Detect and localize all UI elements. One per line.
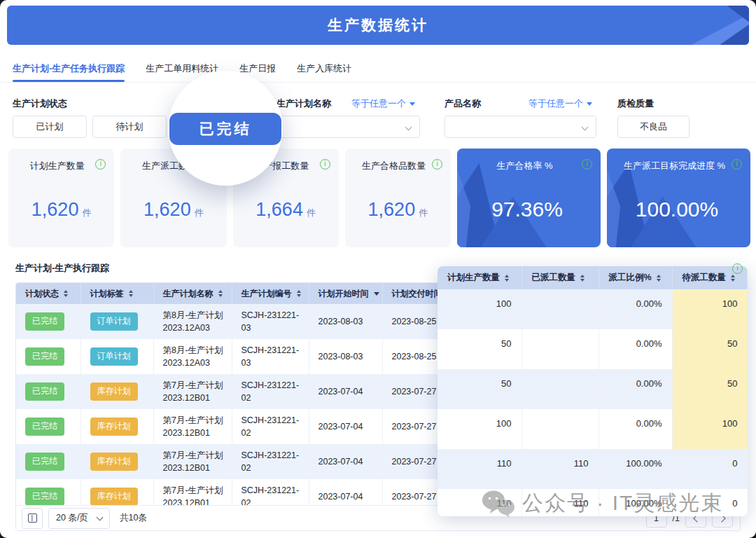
sort-icon[interactable]: [64, 290, 68, 297]
column-header[interactable]: 计划标签: [80, 283, 153, 304]
sort-icon[interactable]: [657, 275, 661, 282]
planned-qty-cell: 110: [438, 489, 522, 516]
pending-qty-cell: 0: [672, 449, 748, 489]
status-filter-button[interactable]: 待计划: [92, 116, 167, 138]
columns-icon: [28, 513, 37, 523]
dispatch-ratio-cell: 100.00%: [598, 489, 672, 516]
dispatch-ratio-cell: 0.00%: [598, 409, 672, 449]
dispatch-row[interactable]: 100 0.00% 100: [438, 289, 748, 329]
chevron-down-icon: [97, 513, 104, 520]
sort-icon[interactable]: [505, 275, 509, 282]
column-header[interactable]: 派工比例%: [598, 266, 672, 289]
plan-name-select[interactable]: [276, 116, 420, 138]
pending-qty-cell: 0: [672, 489, 748, 516]
dispatch-row[interactable]: 100 0.00% 100: [438, 409, 748, 449]
stat-card-value: 1,620: [368, 199, 416, 220]
plan-name-cell: 第8月-生产计划 2023.12A03: [153, 339, 232, 374]
tag-badge: 库存计划: [90, 382, 138, 400]
product-operator-dropdown[interactable]: 等于任意一个: [528, 97, 592, 110]
caret-down-icon: [410, 102, 415, 106]
info-icon[interactable]: [732, 263, 743, 274]
dispatch-ratio-cell: 0.00%: [598, 329, 672, 369]
column-header[interactable]: 已派工数量: [522, 266, 598, 289]
column-header[interactable]: 生产计划编号: [232, 283, 309, 304]
plan-code-cell: SCJH-231221-03: [232, 304, 309, 339]
dispatch-row[interactable]: 50 0.00% 50: [438, 369, 748, 409]
stat-card-unit: 件: [419, 207, 428, 218]
plan-name-operator-dropdown[interactable]: 等于任意一个: [351, 97, 415, 110]
dispatched-qty-cell: [522, 289, 598, 329]
dispatch-row[interactable]: 110 110 100.00% 0: [438, 489, 748, 516]
info-icon[interactable]: [432, 159, 442, 170]
tab[interactable]: 生产入库统计: [297, 56, 351, 82]
status-badge: 已完结: [25, 382, 64, 400]
quality-filter-label: 质检质量: [617, 97, 654, 110]
start-date-cell: 2023-08-03: [309, 339, 382, 374]
status-filter-button[interactable]: 已计划: [13, 116, 87, 138]
dashboard-page: 生产数据统计 生产计划-生产任务执行跟踪 生产工单用料统计 生产日报 生产入库统…: [0, 0, 756, 538]
start-date-cell: 2023-07-04: [309, 479, 382, 506]
sort-icon[interactable]: [297, 290, 301, 297]
chevron-down-icon: [582, 124, 589, 131]
dispatched-qty-cell: 110: [522, 449, 598, 489]
status-badge: 已完结: [25, 488, 64, 505]
info-icon[interactable]: [732, 159, 742, 170]
dispatch-ratio-cell: 100.00%: [598, 449, 672, 489]
defect-filter-button[interactable]: 不良品: [617, 116, 690, 138]
planned-qty-cell: 100: [438, 289, 522, 329]
planned-qty-cell: 50: [438, 329, 522, 369]
planned-qty-cell: 110: [438, 449, 522, 489]
plan-name-cell: 第7月-生产计划 2023.12B01: [153, 374, 232, 409]
sort-icon[interactable]: [129, 290, 133, 297]
table-section-title: 生产计划-生产执行跟踪: [15, 262, 109, 275]
stat-card: 生产合格品数量 1,620件: [345, 149, 451, 247]
column-header[interactable]: 计划状态: [16, 283, 80, 304]
page-header-banner: 生产数据统计: [7, 6, 749, 45]
page-size-select[interactable]: 20 条/页: [48, 508, 110, 529]
magnifier-highlight-circle: 已完结: [168, 71, 283, 186]
stat-card-value: 1,620: [144, 199, 191, 220]
caret-down-icon: [587, 102, 592, 106]
plan-name-cell: 第7月-生产计划 2023.12B01: [153, 479, 232, 506]
info-icon[interactable]: [320, 159, 330, 170]
plan-name-cell: 第7月-生产计划 2023.12B01: [153, 409, 232, 444]
dispatch-ratio-cell: 0.00%: [598, 289, 672, 329]
info-icon[interactable]: [582, 159, 592, 170]
sort-icon[interactable]: [731, 275, 735, 282]
stat-card-unit: 件: [82, 207, 91, 218]
start-date-cell: 2023-07-04: [309, 444, 382, 479]
column-header[interactable]: 计划开始时间: [309, 283, 382, 304]
dispatch-row[interactable]: 50 0.00% 50: [438, 329, 748, 369]
column-settings-button[interactable]: [22, 508, 43, 529]
column-header[interactable]: 计划生产数量: [438, 266, 522, 289]
total-count-label: 共10条: [120, 512, 147, 524]
status-filter-finished-button[interactable]: 已完结: [169, 113, 281, 145]
stat-card-value: 100.00%: [636, 198, 718, 221]
page-title: 生产数据统计: [328, 15, 428, 35]
stat-card-label: 生产合格率 %: [457, 160, 601, 172]
plan-name-cell: 第8月-生产计划 2023.12A03: [153, 304, 232, 339]
dispatch-row[interactable]: 110 110 100.00% 0: [438, 449, 748, 489]
dispatched-qty-cell: 110: [522, 489, 598, 516]
sort-icon[interactable]: [580, 275, 584, 282]
status-badge: 已完结: [25, 312, 64, 330]
tab[interactable]: 生产计划-生产任务执行跟踪: [13, 56, 125, 82]
plan-name-filter-label: 生产计划名称: [276, 97, 331, 110]
stat-card: 计划生产数量 1,620件: [8, 149, 114, 247]
stat-card: 生产合格率 % 97.36%: [457, 149, 601, 247]
sort-icon[interactable]: [374, 292, 379, 296]
status-badge: 已完结: [25, 418, 64, 435]
tab-bar: 生产计划-生产任务执行跟踪 生产工单用料统计 生产日报 生产入库统计: [0, 56, 756, 83]
sort-icon[interactable]: [218, 290, 223, 297]
plan-code-cell: SCJH-231221-02: [232, 479, 309, 506]
dispatched-qty-cell: [522, 369, 598, 409]
stat-card-label: 生产派工目标完成进度 %: [607, 160, 750, 172]
column-header[interactable]: 生产计划名称: [153, 283, 232, 304]
status-filter-label: 生产计划状态: [13, 97, 67, 110]
dispatched-qty-cell: [522, 329, 598, 369]
stat-cards-row: 计划生产数量 1,620件 生产派工数量 1,620件: [8, 149, 750, 247]
tag-badge: 库存计划: [90, 453, 138, 470]
stat-card-value: 97.36%: [491, 198, 563, 221]
product-select[interactable]: [444, 116, 596, 138]
plan-code-cell: SCJH-231221-03: [232, 339, 309, 374]
